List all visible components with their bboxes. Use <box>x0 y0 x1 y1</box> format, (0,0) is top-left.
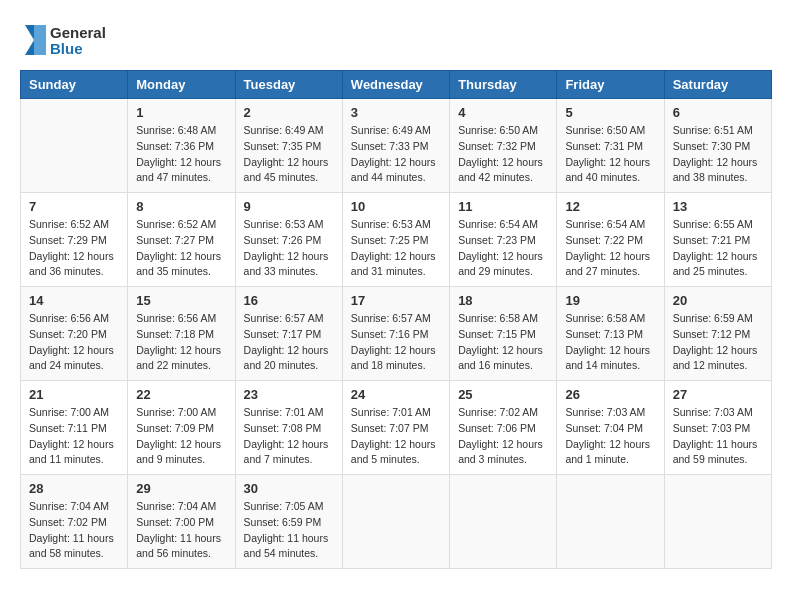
calendar-cell: 15Sunrise: 6:56 AMSunset: 7:18 PMDayligh… <box>128 287 235 381</box>
calendar-cell: 3Sunrise: 6:49 AMSunset: 7:33 PMDaylight… <box>342 99 449 193</box>
cell-info: Sunrise: 7:04 AMSunset: 7:02 PMDaylight:… <box>29 499 119 562</box>
cell-info: Sunrise: 6:58 AMSunset: 7:13 PMDaylight:… <box>565 311 655 374</box>
calendar-cell: 26Sunrise: 7:03 AMSunset: 7:04 PMDayligh… <box>557 381 664 475</box>
calendar-table: SundayMondayTuesdayWednesdayThursdayFrid… <box>20 70 772 569</box>
day-number: 28 <box>29 481 119 496</box>
day-number: 7 <box>29 199 119 214</box>
cell-info: Sunrise: 6:50 AMSunset: 7:31 PMDaylight:… <box>565 123 655 186</box>
day-number: 1 <box>136 105 226 120</box>
cell-info: Sunrise: 6:48 AMSunset: 7:36 PMDaylight:… <box>136 123 226 186</box>
cell-info: Sunrise: 6:51 AMSunset: 7:30 PMDaylight:… <box>673 123 763 186</box>
calendar-cell: 1Sunrise: 6:48 AMSunset: 7:36 PMDaylight… <box>128 99 235 193</box>
day-number: 21 <box>29 387 119 402</box>
header: GeneralBlue <box>20 20 772 60</box>
day-number: 17 <box>351 293 441 308</box>
day-number: 25 <box>458 387 548 402</box>
day-number: 4 <box>458 105 548 120</box>
calendar-cell: 18Sunrise: 6:58 AMSunset: 7:15 PMDayligh… <box>450 287 557 381</box>
day-number: 22 <box>136 387 226 402</box>
cell-info: Sunrise: 6:53 AMSunset: 7:26 PMDaylight:… <box>244 217 334 280</box>
weekday-header: Monday <box>128 71 235 99</box>
calendar-cell: 5Sunrise: 6:50 AMSunset: 7:31 PMDaylight… <box>557 99 664 193</box>
cell-info: Sunrise: 6:56 AMSunset: 7:20 PMDaylight:… <box>29 311 119 374</box>
calendar-cell: 9Sunrise: 6:53 AMSunset: 7:26 PMDaylight… <box>235 193 342 287</box>
cell-info: Sunrise: 7:03 AMSunset: 7:04 PMDaylight:… <box>565 405 655 468</box>
day-number: 27 <box>673 387 763 402</box>
cell-info: Sunrise: 7:00 AMSunset: 7:11 PMDaylight:… <box>29 405 119 468</box>
day-number: 19 <box>565 293 655 308</box>
day-number: 18 <box>458 293 548 308</box>
calendar-cell: 17Sunrise: 6:57 AMSunset: 7:16 PMDayligh… <box>342 287 449 381</box>
calendar-cell: 13Sunrise: 6:55 AMSunset: 7:21 PMDayligh… <box>664 193 771 287</box>
day-number: 16 <box>244 293 334 308</box>
cell-info: Sunrise: 6:56 AMSunset: 7:18 PMDaylight:… <box>136 311 226 374</box>
cell-info: Sunrise: 7:00 AMSunset: 7:09 PMDaylight:… <box>136 405 226 468</box>
cell-info: Sunrise: 7:01 AMSunset: 7:07 PMDaylight:… <box>351 405 441 468</box>
calendar-week-row: 1Sunrise: 6:48 AMSunset: 7:36 PMDaylight… <box>21 99 772 193</box>
day-number: 14 <box>29 293 119 308</box>
weekday-header: Thursday <box>450 71 557 99</box>
weekday-header: Saturday <box>664 71 771 99</box>
cell-info: Sunrise: 6:54 AMSunset: 7:23 PMDaylight:… <box>458 217 548 280</box>
weekday-header: Tuesday <box>235 71 342 99</box>
calendar-cell: 23Sunrise: 7:01 AMSunset: 7:08 PMDayligh… <box>235 381 342 475</box>
cell-info: Sunrise: 7:02 AMSunset: 7:06 PMDaylight:… <box>458 405 548 468</box>
calendar-cell: 12Sunrise: 6:54 AMSunset: 7:22 PMDayligh… <box>557 193 664 287</box>
cell-info: Sunrise: 6:55 AMSunset: 7:21 PMDaylight:… <box>673 217 763 280</box>
calendar-cell: 20Sunrise: 6:59 AMSunset: 7:12 PMDayligh… <box>664 287 771 381</box>
calendar-week-row: 7Sunrise: 6:52 AMSunset: 7:29 PMDaylight… <box>21 193 772 287</box>
cell-info: Sunrise: 6:49 AMSunset: 7:33 PMDaylight:… <box>351 123 441 186</box>
day-number: 2 <box>244 105 334 120</box>
cell-info: Sunrise: 6:58 AMSunset: 7:15 PMDaylight:… <box>458 311 548 374</box>
calendar-cell: 14Sunrise: 6:56 AMSunset: 7:20 PMDayligh… <box>21 287 128 381</box>
calendar-cell: 6Sunrise: 6:51 AMSunset: 7:30 PMDaylight… <box>664 99 771 193</box>
day-number: 9 <box>244 199 334 214</box>
day-number: 13 <box>673 199 763 214</box>
svg-marker-1 <box>34 25 46 55</box>
logo-svg: GeneralBlue <box>20 20 110 60</box>
calendar-cell: 24Sunrise: 7:01 AMSunset: 7:07 PMDayligh… <box>342 381 449 475</box>
day-number: 12 <box>565 199 655 214</box>
calendar-cell: 7Sunrise: 6:52 AMSunset: 7:29 PMDaylight… <box>21 193 128 287</box>
calendar-cell <box>342 475 449 569</box>
day-number: 26 <box>565 387 655 402</box>
day-number: 15 <box>136 293 226 308</box>
cell-info: Sunrise: 6:52 AMSunset: 7:27 PMDaylight:… <box>136 217 226 280</box>
day-number: 30 <box>244 481 334 496</box>
cell-info: Sunrise: 6:50 AMSunset: 7:32 PMDaylight:… <box>458 123 548 186</box>
day-number: 24 <box>351 387 441 402</box>
cell-info: Sunrise: 6:52 AMSunset: 7:29 PMDaylight:… <box>29 217 119 280</box>
header-row: SundayMondayTuesdayWednesdayThursdayFrid… <box>21 71 772 99</box>
calendar-cell: 25Sunrise: 7:02 AMSunset: 7:06 PMDayligh… <box>450 381 557 475</box>
calendar-cell: 2Sunrise: 6:49 AMSunset: 7:35 PMDaylight… <box>235 99 342 193</box>
calendar-cell <box>664 475 771 569</box>
calendar-week-row: 28Sunrise: 7:04 AMSunset: 7:02 PMDayligh… <box>21 475 772 569</box>
weekday-header: Friday <box>557 71 664 99</box>
day-number: 11 <box>458 199 548 214</box>
calendar-cell: 27Sunrise: 7:03 AMSunset: 7:03 PMDayligh… <box>664 381 771 475</box>
cell-info: Sunrise: 6:54 AMSunset: 7:22 PMDaylight:… <box>565 217 655 280</box>
cell-info: Sunrise: 7:03 AMSunset: 7:03 PMDaylight:… <box>673 405 763 468</box>
day-number: 29 <box>136 481 226 496</box>
svg-text:General: General <box>50 24 106 41</box>
calendar-week-row: 14Sunrise: 6:56 AMSunset: 7:20 PMDayligh… <box>21 287 772 381</box>
cell-info: Sunrise: 7:05 AMSunset: 6:59 PMDaylight:… <box>244 499 334 562</box>
calendar-cell: 30Sunrise: 7:05 AMSunset: 6:59 PMDayligh… <box>235 475 342 569</box>
day-number: 10 <box>351 199 441 214</box>
day-number: 23 <box>244 387 334 402</box>
calendar-cell <box>557 475 664 569</box>
calendar-cell <box>450 475 557 569</box>
cell-info: Sunrise: 7:01 AMSunset: 7:08 PMDaylight:… <box>244 405 334 468</box>
cell-info: Sunrise: 6:57 AMSunset: 7:16 PMDaylight:… <box>351 311 441 374</box>
day-number: 20 <box>673 293 763 308</box>
calendar-cell: 28Sunrise: 7:04 AMSunset: 7:02 PMDayligh… <box>21 475 128 569</box>
calendar-week-row: 21Sunrise: 7:00 AMSunset: 7:11 PMDayligh… <box>21 381 772 475</box>
calendar-cell: 11Sunrise: 6:54 AMSunset: 7:23 PMDayligh… <box>450 193 557 287</box>
calendar-cell: 8Sunrise: 6:52 AMSunset: 7:27 PMDaylight… <box>128 193 235 287</box>
day-number: 8 <box>136 199 226 214</box>
calendar-cell: 21Sunrise: 7:00 AMSunset: 7:11 PMDayligh… <box>21 381 128 475</box>
cell-info: Sunrise: 6:49 AMSunset: 7:35 PMDaylight:… <box>244 123 334 186</box>
calendar-cell: 10Sunrise: 6:53 AMSunset: 7:25 PMDayligh… <box>342 193 449 287</box>
cell-info: Sunrise: 6:53 AMSunset: 7:25 PMDaylight:… <box>351 217 441 280</box>
calendar-cell: 29Sunrise: 7:04 AMSunset: 7:00 PMDayligh… <box>128 475 235 569</box>
